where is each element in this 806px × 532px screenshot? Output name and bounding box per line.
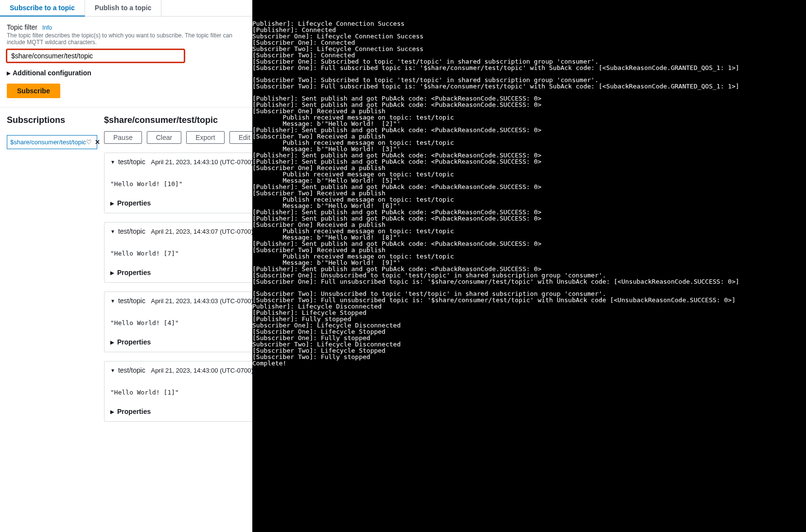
- message-topic: test/topic: [118, 297, 145, 305]
- subscriptions-title: Subscriptions: [7, 115, 97, 125]
- caret-right-icon: ▶: [110, 201, 114, 206]
- message-time: April 21, 2023, 14:43:00 (UTC-0700): [151, 367, 253, 374]
- message-properties-toggle[interactable]: ▶ Properties: [110, 408, 253, 415]
- message-topic-toggle[interactable]: ▼ test/topic: [110, 297, 145, 305]
- messages-column: $share/consumer/test/topic Pause Clear E…: [97, 107, 266, 430]
- subscription-item[interactable]: $share/consumer/test/topic ♡ ✕: [7, 135, 97, 149]
- terminal-output: Publisher]: Lifecycle Connection Success…: [252, 0, 806, 532]
- message-topic-toggle[interactable]: ▼ test/topic: [110, 227, 145, 235]
- message-topic-toggle[interactable]: ▼ test/topic: [110, 366, 145, 374]
- heart-icon[interactable]: ♡: [86, 138, 92, 146]
- caret-down-icon: ▼: [110, 229, 115, 234]
- message-body: "Hello World! [7]": [110, 250, 253, 257]
- additional-configuration-label: Additional configuration: [13, 69, 91, 77]
- message-card: ▼ test/topic April 21, 2023, 14:43:00 (U…: [104, 361, 260, 422]
- message-body: "Hello World! [1]": [110, 389, 253, 396]
- mqtt-test-client-panel: Subscribe to a topic Publish to a topic …: [0, 0, 252, 532]
- message-topic: test/topic: [118, 227, 145, 235]
- message-card: ▼ test/topic April 21, 2023, 14:43:07 (U…: [104, 222, 260, 283]
- topic-filter-desc: The topic filter describes the topic(s) …: [7, 32, 245, 46]
- pause-button[interactable]: Pause: [104, 131, 142, 144]
- message-topic-toggle[interactable]: ▼ test/topic: [110, 158, 145, 166]
- subscribe-button[interactable]: Subscribe: [7, 84, 60, 98]
- message-topic: test/topic: [118, 158, 145, 166]
- message-card: ▼ test/topic April 21, 2023, 14:43:03 (U…: [104, 292, 260, 352]
- subscriptions-column: Subscriptions $share/consumer/test/topic…: [0, 107, 97, 430]
- caret-down-icon: ▼: [110, 368, 115, 373]
- message-time: April 21, 2023, 14:43:10 (UTC-0700): [151, 158, 253, 166]
- message-properties-label: Properties: [117, 338, 151, 346]
- message-properties-toggle[interactable]: ▶ Properties: [110, 199, 253, 207]
- message-body: "Hello World! [10]": [110, 180, 253, 188]
- clear-button[interactable]: Clear: [147, 131, 181, 144]
- caret-right-icon: ▶: [110, 340, 114, 345]
- message-properties-toggle[interactable]: ▶ Properties: [110, 338, 253, 346]
- tab-publish[interactable]: Publish to a topic: [85, 0, 162, 16]
- tabs: Subscribe to a topic Publish to a topic: [0, 0, 252, 17]
- message-properties-toggle[interactable]: ▶ Properties: [110, 269, 253, 276]
- subscribe-form: Topic filter Info The topic filter descr…: [0, 17, 252, 107]
- caret-right-icon: ▶: [110, 270, 114, 275]
- message-properties-label: Properties: [117, 408, 151, 415]
- additional-configuration-toggle[interactable]: ▶ Additional configuration: [7, 69, 245, 77]
- caret-right-icon: ▶: [110, 409, 114, 414]
- message-properties-label: Properties: [117, 269, 151, 276]
- message-properties-label: Properties: [117, 199, 151, 207]
- caret-down-icon: ▼: [110, 159, 115, 165]
- message-topic: test/topic: [118, 366, 145, 374]
- caret-right-icon: ▶: [7, 70, 11, 76]
- caret-down-icon: ▼: [110, 298, 115, 304]
- message-body: "Hello World! [4]": [110, 319, 253, 326]
- message-time: April 21, 2023, 14:43:03 (UTC-0700): [151, 297, 253, 305]
- topic-filter-input[interactable]: [7, 50, 184, 62]
- message-time: April 21, 2023, 14:43:07 (UTC-0700): [151, 228, 253, 235]
- info-link[interactable]: Info: [42, 24, 52, 31]
- messages-title: $share/consumer/test/topic: [104, 115, 260, 125]
- topic-filter-label: Topic filter: [7, 23, 37, 31]
- message-card: ▼ test/topic April 21, 2023, 14:43:10 (U…: [104, 153, 260, 213]
- tab-subscribe[interactable]: Subscribe to a topic: [0, 0, 85, 17]
- export-button[interactable]: Export: [186, 131, 224, 144]
- subscription-name: $share/consumer/test/topic: [10, 138, 86, 146]
